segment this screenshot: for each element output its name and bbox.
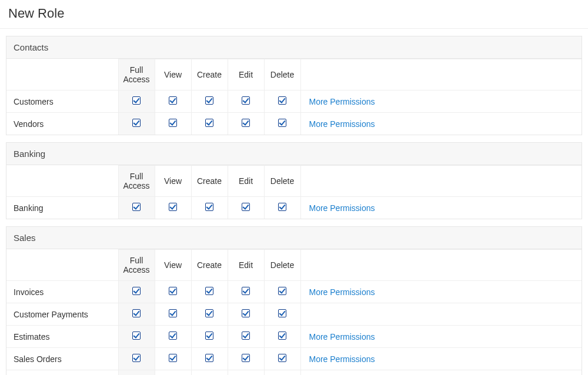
column-header-full-access: Full Access	[118, 166, 155, 197]
column-header-view: View	[155, 59, 191, 91]
view-checkbox[interactable]	[169, 287, 177, 295]
full-access-checkbox[interactable]	[132, 119, 141, 127]
column-header-blank	[6, 166, 118, 197]
edit-checkbox[interactable]	[242, 119, 250, 127]
column-header-edit: Edit	[228, 250, 264, 281]
delete-checkbox[interactable]	[278, 287, 286, 295]
edit-checkbox[interactable]	[242, 96, 250, 105]
more-cell: More Permissions	[300, 370, 582, 376]
edit-checkbox[interactable]	[242, 309, 250, 317]
full-access-checkbox[interactable]	[132, 354, 141, 362]
full-access-checkbox[interactable]	[132, 332, 141, 340]
view-checkbox[interactable]	[169, 203, 177, 211]
section-title: Sales	[6, 227, 582, 249]
column-header-more	[300, 166, 582, 197]
table-row: CustomersMore Permissions	[6, 91, 582, 113]
more-permissions-link[interactable]: More Permissions	[309, 203, 375, 213]
page-title: New Role	[0, 0, 588, 29]
cell-delete	[264, 348, 300, 370]
cell-view	[155, 281, 191, 303]
column-header-create: Create	[191, 250, 228, 281]
full-access-checkbox[interactable]	[132, 309, 141, 317]
create-checkbox[interactable]	[205, 332, 213, 340]
delete-checkbox[interactable]	[278, 354, 286, 362]
create-checkbox[interactable]	[205, 354, 213, 362]
delete-checkbox[interactable]	[278, 119, 286, 127]
cell-view	[155, 91, 191, 113]
delete-checkbox[interactable]	[278, 309, 286, 317]
cell-create	[191, 326, 228, 348]
more-permissions-link[interactable]: More Permissions	[309, 119, 375, 129]
create-checkbox[interactable]	[205, 203, 213, 211]
view-checkbox[interactable]	[169, 354, 177, 362]
row-label: Customer Payments	[6, 303, 118, 326]
column-header-edit: Edit	[228, 166, 264, 197]
cell-create	[191, 91, 228, 113]
permissions-section: ContactsFull AccessViewCreateEditDeleteC…	[6, 36, 582, 135]
cell-edit	[228, 281, 264, 303]
column-header-view: View	[155, 250, 191, 281]
cell-full-access	[118, 326, 155, 348]
cell-create	[191, 348, 228, 370]
section-title: Banking	[6, 143, 582, 165]
view-checkbox[interactable]	[169, 96, 177, 105]
delete-checkbox[interactable]	[278, 96, 286, 105]
column-header-more	[300, 59, 582, 91]
full-access-checkbox[interactable]	[132, 203, 141, 211]
create-checkbox[interactable]	[205, 96, 213, 105]
table-row: Credit NotesMore Permissions	[6, 370, 582, 376]
column-header-full-access: Full Access	[118, 250, 155, 281]
more-permissions-link[interactable]: More Permissions	[309, 354, 375, 364]
cell-edit	[228, 197, 264, 219]
more-permissions-link[interactable]: More Permissions	[309, 287, 375, 297]
row-label: Credit Notes	[6, 370, 118, 376]
cell-delete	[264, 370, 300, 376]
row-label: Invoices	[6, 281, 118, 303]
cell-create	[191, 113, 228, 135]
permissions-section: BankingFull AccessViewCreateEditDeleteBa…	[6, 142, 582, 219]
edit-checkbox[interactable]	[242, 203, 250, 211]
create-checkbox[interactable]	[205, 119, 213, 127]
cell-create	[191, 281, 228, 303]
edit-checkbox[interactable]	[242, 332, 250, 340]
view-checkbox[interactable]	[169, 309, 177, 317]
cell-view	[155, 197, 191, 219]
column-header-blank	[6, 250, 118, 281]
cell-full-access	[118, 370, 155, 376]
cell-view	[155, 348, 191, 370]
cell-edit	[228, 303, 264, 326]
table-row: Customer Payments	[6, 303, 582, 326]
cell-edit	[228, 91, 264, 113]
create-checkbox[interactable]	[205, 287, 213, 295]
view-checkbox[interactable]	[169, 119, 177, 127]
column-header-create: Create	[191, 59, 228, 91]
more-cell	[300, 303, 582, 326]
permissions-table: Full AccessViewCreateEditDeleteInvoicesM…	[6, 249, 582, 375]
row-label: Estimates	[6, 326, 118, 348]
full-access-checkbox[interactable]	[132, 287, 141, 295]
more-cell: More Permissions	[300, 281, 582, 303]
more-cell: More Permissions	[300, 113, 582, 135]
more-permissions-link[interactable]: More Permissions	[309, 332, 375, 341]
cell-view	[155, 326, 191, 348]
cell-create	[191, 370, 228, 376]
edit-checkbox[interactable]	[242, 354, 250, 362]
row-label: Banking	[6, 197, 118, 219]
create-checkbox[interactable]	[205, 309, 213, 317]
cell-full-access	[118, 348, 155, 370]
cell-edit	[228, 326, 264, 348]
column-header-full-access: Full Access	[118, 59, 155, 91]
cell-edit	[228, 348, 264, 370]
cell-full-access	[118, 281, 155, 303]
cell-create	[191, 197, 228, 219]
more-cell: More Permissions	[300, 197, 582, 219]
cell-full-access	[118, 91, 155, 113]
more-permissions-link[interactable]: More Permissions	[309, 97, 375, 106]
delete-checkbox[interactable]	[278, 332, 286, 340]
column-header-delete: Delete	[264, 250, 300, 281]
full-access-checkbox[interactable]	[132, 96, 141, 105]
edit-checkbox[interactable]	[242, 287, 250, 295]
delete-checkbox[interactable]	[278, 203, 286, 211]
column-header-create: Create	[191, 166, 228, 197]
view-checkbox[interactable]	[169, 332, 177, 340]
